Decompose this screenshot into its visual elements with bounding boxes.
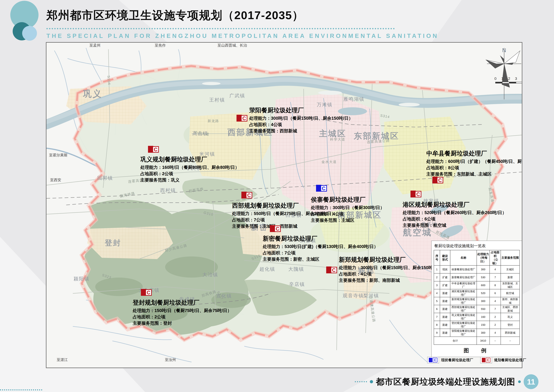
facility-detail: 处理能力：300吨/日（餐厨150吨/日、厨余150吨/日） (339, 265, 443, 270)
table-cell: 新建 (440, 313, 450, 321)
town-label: 万滩镇 (317, 102, 332, 107)
table-cell: 300 (477, 297, 490, 305)
table-cell: – (501, 337, 519, 345)
footer-dotted-line (355, 381, 367, 382)
table-row: 9新建荥阳规划餐厨垃圾处理厂3004西部新城 (434, 329, 519, 337)
legend: 图 例 C现状餐厨垃圾处理厂C规划餐厨垃圾处理厂 (434, 347, 520, 363)
scale-bar-segment (495, 82, 502, 83)
table-cell: 巩义规划餐厨垃圾处理厂 (450, 313, 477, 321)
table-cell: 1 (434, 266, 440, 273)
map-edge-label: 至孟州 (90, 43, 101, 47)
map-frame: N 012345km 巩义西部新城区主城区东部新城区南部新城区航空城新密登封新郑… (46, 42, 522, 368)
map-edge-label: 至山西晋城、长治 (217, 43, 247, 47)
scale-bar-segment (516, 82, 522, 83)
region-label: 东部新城区 (354, 131, 399, 140)
facility-name: 新郑规划餐厨垃圾处理厂 (339, 256, 406, 263)
table-cell: 4 (490, 266, 501, 273)
facility-detail: 处理能力：600吨/日（扩建）（餐厨450吨/日、厨余150吨/日） (426, 159, 522, 164)
table-cell: 新密 (501, 273, 519, 281)
existing-facility-marker: C (316, 185, 327, 192)
planned-facility-marker: C (326, 266, 337, 273)
table-header-cell: 序号 (434, 250, 440, 266)
facility-detail: 处理能力：300吨/日（餐厨300吨/日） (311, 205, 384, 210)
table-cell: 新郑规划餐厨垃圾处理厂 (450, 297, 477, 305)
road-label: 科学大道 (330, 137, 345, 141)
table-cell: 8 (490, 281, 501, 289)
legend-item-label: 现状餐厨垃圾处理厂 (441, 358, 473, 363)
table-cell: 扩建 (440, 281, 450, 289)
table-cell: 航空城 (501, 289, 519, 297)
planned-facility-marker: C (236, 115, 247, 122)
facility-detail: 处理能力：300吨/日（餐厨150吨/日、厨余150吨/日） (249, 116, 353, 121)
page-title: 郑州都市区环境卫生设施专项规划（2017-2035） (46, 8, 304, 23)
town-label: 大隗镇 (288, 266, 304, 272)
table-cell: 现状 (440, 266, 450, 273)
marker-letter-box: C (433, 358, 437, 363)
facility-name: 侯寨餐厨垃圾处理厂 (311, 196, 366, 203)
marker-letter: C (438, 177, 442, 183)
facility-detail: 处理能力：160吨/日（餐厨80吨/日、厨余80吨/日） (140, 165, 239, 170)
facility-name: 巩义规划餐厨垃圾处理厂 (140, 156, 207, 163)
scale-bar-label: 3 (515, 77, 517, 81)
table-cell: 港区规划餐厨垃圾处理厂 (450, 289, 477, 297)
table-header-cell: 建设 形式 (440, 250, 450, 266)
table-row: 1现状侯寨餐厨垃圾处理厂3004主城区 (434, 266, 519, 273)
facility-name: 中牟县餐厨垃圾处理厂 (426, 150, 487, 157)
marker-letter: C (147, 290, 150, 295)
table-cell: 新密餐厨垃圾处理厂 (450, 273, 477, 281)
table-cell: 西部新城 (501, 329, 519, 337)
facility-name: 登封规划餐厨垃圾处理厂 (132, 299, 200, 306)
table-cell: 150 (477, 321, 490, 329)
table-cell: 160 (477, 313, 490, 321)
legend-items: C现状餐厨垃圾处理厂C规划餐厨垃圾处理厂 (434, 357, 520, 363)
town-label: 大冶镇 (202, 272, 218, 277)
map-edge-label: 至湛江 (57, 358, 68, 362)
footer-dot (370, 380, 373, 383)
page-subtitle: THE SPECIAL PLAN FOR ZHENGZHOU METROPOLI… (46, 33, 439, 39)
table-cell: 7 (490, 305, 501, 313)
region-label: 主城区 (319, 129, 346, 138)
marker-letter-box: C (486, 358, 491, 363)
facility-detail: 主要服务范围：航空城 (402, 223, 446, 228)
table-header-row: 序号建设 形式名称处理能力 （吨每日）占地面积 （公顷）主要服务范围 (434, 250, 519, 266)
table-cell: 主城区、西部新城 (501, 305, 519, 313)
legend-title: 图 例 (434, 347, 520, 354)
table-cell: 中牟县餐厨垃圾处理厂 (450, 281, 477, 289)
region-label: 航空城 (403, 227, 432, 237)
facility-detail: 处理能力：150吨/日（餐厨75吨/日、厨余75吨/日） (132, 308, 232, 313)
table-cell: 2 (434, 273, 440, 281)
town-label: 颍阳镇 (74, 276, 90, 281)
table-cell: 7 (434, 313, 440, 321)
map-edge-label: 至霍尔果斯 (49, 153, 68, 157)
facility-detail: 主要服务范围：东部新城、主城区 (426, 172, 492, 176)
table-header-cell: 处理能力 （吨每日） (477, 250, 490, 266)
marker-letter: C (332, 267, 336, 273)
table-row: 2扩建新密餐厨垃圾处理厂5307新密 (434, 273, 519, 281)
marker-letter: C (276, 226, 279, 232)
facility-name: 荥阳餐厨垃圾处理厂 (249, 107, 304, 114)
facility-name: 西部规划餐厨垃圾处理厂 (232, 202, 299, 209)
marker-solid (482, 358, 485, 362)
town-label: 观音寺镇 (343, 293, 364, 298)
marker-letter: C (322, 186, 325, 191)
legend-item: C规划餐厨垃圾处理厂 (480, 357, 526, 363)
facility-marker-icon: C (480, 357, 492, 363)
table-cell: 550 (477, 305, 490, 313)
facility-marker-icon: C (427, 357, 439, 363)
table-cell: 新郑、南部新城 (501, 297, 519, 305)
table-cell: 登封规划餐厨垃圾处理厂 (450, 321, 477, 329)
marker-letter: C (242, 116, 246, 121)
table-cell: 新建 (440, 289, 450, 297)
title-dotted-divider (46, 28, 395, 29)
table-cell: 4 (490, 297, 501, 305)
planned-facility-marker: C (410, 191, 421, 197)
table-cell: – (490, 337, 501, 345)
town-label: 西村镇 (160, 188, 176, 193)
table-cell: 扩建 (440, 273, 450, 281)
table-cell: 3 (434, 281, 440, 289)
table-row: 5新建新郑规划餐厨垃圾处理厂3004新郑、南部新城 (434, 297, 519, 305)
map-edge-label: 至焦作 (155, 43, 166, 47)
table-cell: 侯寨餐厨垃圾处理厂 (450, 266, 477, 273)
table-cell: 9 (434, 329, 440, 337)
town-label: 雁鸣湖镇 (343, 96, 364, 102)
